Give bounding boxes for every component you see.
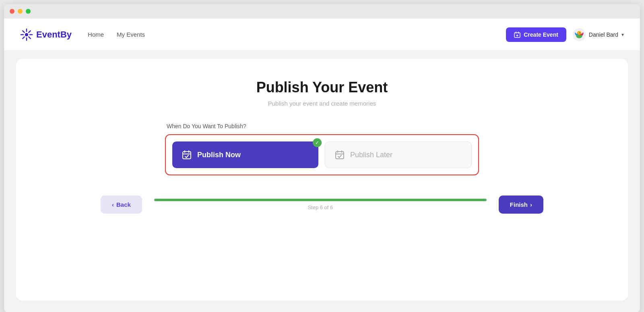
svg-point-18 bbox=[579, 32, 580, 33]
nav-my-events[interactable]: My Events bbox=[117, 31, 145, 38]
publish-now-label: Publish Now bbox=[197, 151, 241, 159]
svg-line-8 bbox=[23, 37, 24, 38]
content-card: Publish Your Event Publish your event an… bbox=[16, 59, 628, 301]
back-chevron-icon: ‹ bbox=[112, 201, 114, 208]
svg-line-6 bbox=[29, 37, 30, 38]
publish-container: When Do You Want To Publish? ✓ bbox=[165, 123, 479, 175]
user-area[interactable]: Daniel Bard ▾ bbox=[573, 28, 624, 41]
nav-right: Create Event Daniel Bard ▾ bbox=[506, 27, 624, 42]
page-title: Publish Your Event bbox=[256, 79, 388, 96]
main-content: Publish Your Event Publish your event an… bbox=[4, 51, 640, 312]
options-row: ✓ Publish Now bbox=[165, 134, 479, 175]
finish-button[interactable]: Finish › bbox=[499, 196, 543, 214]
calendar-plus-icon bbox=[514, 31, 520, 38]
finish-chevron-icon: › bbox=[530, 201, 532, 208]
step-label: Step 6 of 6 bbox=[308, 204, 333, 210]
dot-green[interactable] bbox=[26, 9, 31, 14]
logo-text: EventBy bbox=[36, 29, 72, 40]
publish-now-icon bbox=[182, 150, 192, 160]
titlebar bbox=[4, 4, 640, 19]
dot-red[interactable] bbox=[10, 9, 14, 14]
logo-icon bbox=[20, 28, 33, 41]
publish-later-option[interactable]: Publish Later bbox=[325, 141, 472, 168]
publish-now-option[interactable]: ✓ Publish Now bbox=[172, 141, 318, 168]
window-chrome: EventBy Home My Events Create Event bbox=[4, 4, 640, 312]
user-name: Daniel Bard bbox=[589, 31, 618, 38]
nav-home[interactable]: Home bbox=[88, 31, 104, 38]
svg-point-0 bbox=[25, 33, 28, 36]
publish-later-label: Publish Later bbox=[350, 151, 392, 159]
progress-bar-fill bbox=[154, 199, 487, 201]
page-subtitle: Publish your event and create memories bbox=[268, 100, 376, 107]
progress-bar-track bbox=[154, 199, 487, 201]
selected-check-badge: ✓ bbox=[313, 138, 322, 147]
create-event-button[interactable]: Create Event bbox=[506, 27, 566, 42]
bottom-bar: ‹ Back Step 6 of 6 Finish › bbox=[101, 196, 543, 214]
dot-yellow[interactable] bbox=[18, 9, 23, 14]
back-button[interactable]: ‹ Back bbox=[101, 196, 142, 214]
publish-question: When Do You Want To Publish? bbox=[165, 123, 479, 129]
user-avatar bbox=[573, 28, 586, 41]
svg-line-5 bbox=[23, 31, 24, 32]
svg-line-7 bbox=[29, 31, 30, 32]
step-area: Step 6 of 6 bbox=[154, 199, 487, 210]
logo-area: EventBy bbox=[20, 28, 72, 41]
nav-links: Home My Events bbox=[88, 31, 506, 38]
publish-later-icon bbox=[335, 150, 345, 160]
navbar: EventBy Home My Events Create Event bbox=[4, 19, 640, 51]
chevron-down-icon: ▾ bbox=[621, 32, 624, 37]
